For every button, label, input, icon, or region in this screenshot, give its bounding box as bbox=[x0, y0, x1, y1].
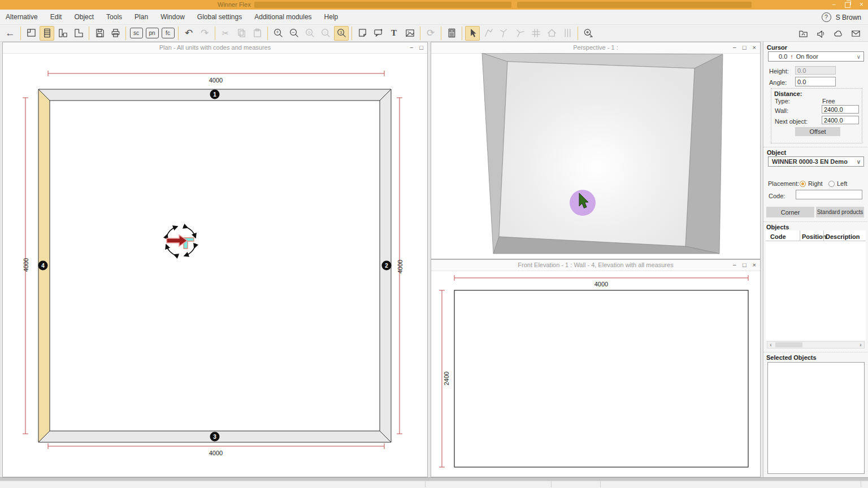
note-button[interactable] bbox=[355, 26, 370, 41]
menu-global-settings[interactable]: Global settings bbox=[197, 13, 242, 21]
column-divider[interactable] bbox=[800, 230, 800, 241]
help-icon[interactable]: ? bbox=[822, 12, 831, 22]
zoom-all-icon: 3 bbox=[336, 28, 347, 38]
placement-cursor[interactable] bbox=[167, 227, 195, 255]
perspective-canvas[interactable] bbox=[431, 53, 760, 259]
plan-canvas[interactable]: 4000 4000 4000 4000 1 2 bbox=[3, 53, 427, 477]
panel-minimize-icon[interactable]: − bbox=[732, 42, 736, 53]
distance-title: Distance: bbox=[774, 90, 802, 97]
menu-alternative[interactable]: Alternative bbox=[6, 13, 38, 21]
back-button[interactable]: ← bbox=[3, 26, 18, 41]
materials-button[interactable] bbox=[402, 26, 417, 41]
selected-objects-list[interactable] bbox=[767, 362, 865, 474]
materials-icon bbox=[405, 28, 415, 38]
calculator-button[interactable] bbox=[444, 26, 459, 41]
menu-additional-modules[interactable]: Additional modules bbox=[254, 13, 311, 21]
corner-button[interactable]: Corner bbox=[766, 207, 814, 217]
announcements-button[interactable] bbox=[813, 26, 828, 41]
wall-units-icon bbox=[58, 28, 68, 38]
undo-button[interactable]: ↶ bbox=[181, 26, 196, 41]
pn-button[interactable]: pn bbox=[145, 26, 159, 41]
user-name[interactable]: S Brown bbox=[836, 14, 861, 21]
panel-maximize-icon[interactable]: □ bbox=[743, 260, 747, 271]
fc-button[interactable]: fc bbox=[160, 26, 175, 41]
wall-units-button[interactable] bbox=[55, 26, 70, 41]
zoom-in-icon: + bbox=[273, 28, 284, 38]
measure-button[interactable] bbox=[581, 26, 596, 41]
scroll-right-icon[interactable]: › bbox=[857, 342, 864, 348]
menu-help[interactable]: Help bbox=[324, 13, 338, 21]
unit-list-button[interactable] bbox=[40, 26, 54, 41]
red-up-arrow-icon: ↑ bbox=[790, 53, 793, 60]
menu-object[interactable]: Object bbox=[74, 13, 94, 21]
placement-right-radio[interactable] bbox=[800, 181, 806, 187]
pointer-tool-button[interactable] bbox=[465, 26, 480, 41]
catalog-value: WINNER 0000-3 EN Demo bbox=[772, 158, 848, 165]
catalog-dropdown[interactable]: WINNER 0000-3 EN Demo ∨ bbox=[768, 156, 864, 167]
print-button[interactable] bbox=[108, 26, 123, 41]
objects-table[interactable]: Code Position Description bbox=[766, 230, 866, 340]
panel-minimize-icon[interactable]: − bbox=[410, 42, 413, 53]
perspective-panel-titlebar: Perspective - 1 : − □ × bbox=[431, 42, 760, 54]
window-restore-icon[interactable] bbox=[845, 2, 850, 8]
offset-button[interactable]: Offset bbox=[795, 127, 840, 136]
next-object-field[interactable] bbox=[822, 116, 859, 124]
cloud-icon bbox=[833, 28, 844, 39]
column-divider[interactable] bbox=[823, 230, 824, 241]
cursor-z-value: 0.0 bbox=[779, 53, 787, 60]
elevation-wall-outline[interactable] bbox=[454, 290, 748, 467]
menu-tools[interactable]: Tools bbox=[106, 13, 122, 21]
room-plan-button[interactable] bbox=[24, 26, 38, 41]
room-floor-3d[interactable] bbox=[499, 62, 695, 246]
height-label: Height: bbox=[769, 68, 789, 75]
menu-plan[interactable]: Plan bbox=[134, 13, 148, 21]
text-tool-button[interactable]: T bbox=[387, 26, 401, 41]
window-minimize-icon[interactable]: − bbox=[832, 0, 836, 10]
copy-icon bbox=[236, 28, 247, 38]
distance-wall-field[interactable] bbox=[822, 105, 859, 114]
panel-close-icon[interactable]: × bbox=[753, 42, 756, 53]
code-field[interactable] bbox=[796, 190, 862, 199]
corner-units-icon bbox=[73, 28, 84, 38]
distance-type-value: Free bbox=[822, 98, 835, 104]
envelope-icon bbox=[850, 28, 861, 39]
print-icon bbox=[110, 28, 121, 38]
mail-button[interactable] bbox=[848, 26, 863, 41]
panel-maximize-icon[interactable]: □ bbox=[419, 42, 423, 53]
svg-text:−: − bbox=[292, 29, 294, 35]
standard-products-button[interactable]: Standard products bbox=[816, 207, 864, 217]
zoom-out-button[interactable]: − bbox=[287, 26, 301, 41]
cloud-folder-button[interactable] bbox=[796, 26, 810, 41]
window-close-icon[interactable]: × bbox=[860, 0, 863, 10]
header-underline bbox=[766, 241, 866, 241]
redo-button: ↷ bbox=[197, 26, 212, 41]
plan-panel: Plan - All units with codes and measures… bbox=[2, 42, 428, 477]
menu-edit[interactable]: Edit bbox=[50, 13, 62, 21]
panel-minimize-icon[interactable]: − bbox=[732, 260, 736, 271]
save-button[interactable] bbox=[92, 26, 107, 41]
redacted-text bbox=[254, 2, 511, 8]
placement-left-radio[interactable] bbox=[828, 181, 835, 187]
angle-field[interactable] bbox=[795, 77, 836, 86]
elevation-canvas[interactable]: 4000 2400 bbox=[431, 271, 760, 477]
menu-window[interactable]: Window bbox=[160, 13, 185, 21]
comment-button[interactable] bbox=[371, 26, 385, 41]
properties-sidebar: Cursor 0.0 ↑ On floor ∨ Height: Angle: D… bbox=[763, 42, 868, 477]
panel-maximize-icon[interactable]: □ bbox=[743, 42, 747, 53]
elevation-dim-height: 2400 bbox=[443, 372, 450, 385]
section-divider bbox=[763, 352, 868, 352]
cloud-sync-button[interactable] bbox=[831, 26, 845, 41]
zoom-window-icon: ▫ bbox=[320, 28, 331, 38]
scrollbar-thumb[interactable] bbox=[775, 342, 802, 347]
objects-hscrollbar[interactable]: ‹ › bbox=[767, 341, 865, 348]
cursor-mode-dropdown[interactable]: 0.0 ↑ On floor ∨ bbox=[768, 51, 864, 62]
panel-close-icon[interactable]: × bbox=[753, 260, 756, 271]
zoom-in-button[interactable]: + bbox=[271, 26, 285, 41]
zoom-window-button: ▫ bbox=[318, 26, 333, 41]
cut-button: ✂ bbox=[218, 26, 233, 41]
perspective-panel-title: Perspective - 1 : bbox=[573, 44, 618, 51]
zoom-all-button[interactable]: 3 bbox=[334, 26, 349, 41]
sc-button[interactable]: sc bbox=[129, 26, 144, 41]
corner-units-button[interactable] bbox=[71, 26, 86, 41]
scroll-left-icon[interactable]: ‹ bbox=[767, 342, 774, 348]
